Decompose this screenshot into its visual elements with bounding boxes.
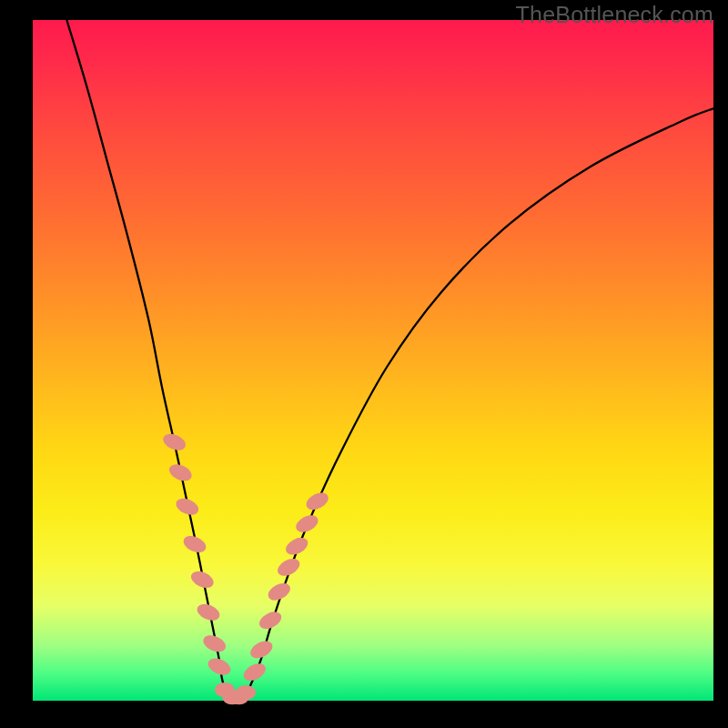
highlighted-points (160, 430, 330, 704)
marker-bead (167, 461, 194, 484)
marker-bead (241, 660, 268, 683)
watermark-text: TheBottleneck.com (516, 2, 713, 28)
plot-area (33, 20, 713, 701)
marker-bead (293, 511, 320, 535)
chart-frame: TheBottleneck.com (0, 0, 728, 728)
marker-bead (283, 534, 310, 558)
curve-svg (33, 20, 713, 701)
marker-bead (236, 685, 256, 700)
marker-bead (303, 490, 330, 513)
bottleneck-curve (66, 20, 713, 703)
marker-bead (160, 430, 187, 453)
